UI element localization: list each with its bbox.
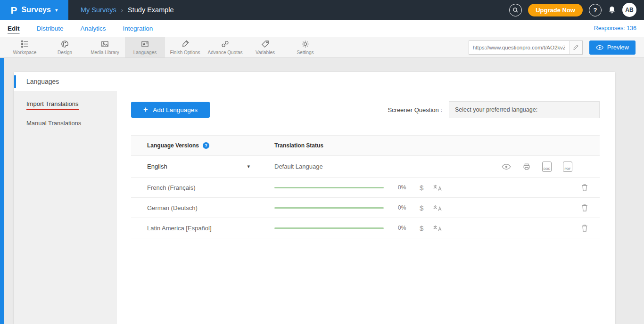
languages-main: + Add Languages Screener Question : Sele… [117,91,615,324]
tab-edit[interactable]: Edit [8,25,20,32]
languages-table: Language Versions ? Translation Status E… [131,135,600,238]
tab-analytics[interactable]: Analytics [81,25,106,32]
question-mark-icon: ? [594,7,597,14]
languages-actions-row: + Add Languages Screener Question : Sele… [131,101,600,118]
tab-integration[interactable]: Integration [123,25,153,32]
survey-nav-tabs: Edit Distribute Analytics Integration Re… [0,20,644,37]
surveys-product-dropdown[interactable]: P Surveys ▾ [0,0,68,20]
help-button[interactable]: ? [589,4,602,16]
toolbar-item-label: Design [58,50,72,55]
default-row-actions: DOC PDF [502,162,572,172]
search-icon [512,7,519,13]
help-icon[interactable]: ? [203,142,209,149]
caret-down-icon: ▾ [55,7,58,13]
pencil-icon [573,44,579,50]
add-languages-label: Add Languages [153,106,198,113]
survey-url-box [469,40,583,55]
sidebar-item-label: Import Translations [26,100,79,110]
toolbar-item-media-library[interactable]: Media Library [85,37,125,57]
toolbar-item-label: Advance Quotas [208,50,243,55]
translation-percent: 0% [398,225,410,231]
sidebar-item-import-translations[interactable]: Import Translations [14,100,117,107]
brush-icon [181,40,190,49]
toolbar-right: Preview [469,37,644,57]
breadcrumb: My Surveys › Study Example [81,6,174,14]
toolbar-item-settings[interactable]: Settings [285,37,325,57]
language-cell: French (Français) [131,184,258,191]
language-cell: Latin America [Español] [131,225,258,232]
language-name: Latin America [Español] [147,225,212,232]
preview-button[interactable]: Preview [589,40,636,55]
toolbar-item-label: Workspace [13,50,37,55]
delete-language-icon[interactable] [581,224,588,232]
notifications-button[interactable] [608,6,616,14]
questionpro-logo: P [11,5,17,15]
upgrade-now-button[interactable]: Upgrade Now [528,4,583,16]
sidebar-item-manual-translations[interactable]: Manual Translations [14,120,117,127]
gear-icon [301,40,310,49]
toolbar-item-workspace[interactable]: Workspace [5,37,45,57]
toolbar-item-label: Finish Options [170,50,200,55]
print-icon[interactable] [522,162,531,171]
paid-translation-icon[interactable]: $ [420,184,423,192]
left-accent-strip [0,58,4,324]
responses-count-link[interactable]: Responses: 136 [594,25,636,32]
auto-translate-icon[interactable] [433,224,443,232]
paid-translation-icon[interactable]: $ [420,204,423,212]
toolbar-item-finish-options[interactable]: Finish Options [165,37,205,57]
language-cell: English ▾ [131,163,258,170]
preview-label: Preview [607,44,629,51]
export-pdf-icon[interactable]: PDF [563,162,572,172]
column-label: Language Versions [147,142,199,149]
toolbar-item-label: Variables [256,50,275,55]
translation-progress-bar [274,207,384,209]
user-avatar[interactable]: AB [622,3,636,17]
toolbar-item-advance-quotas[interactable]: Advance Quotas [205,37,245,57]
chain-link-icon [221,40,230,49]
language-name: French (Français) [147,184,196,191]
toolbar-item-label: Languages [133,50,157,55]
language-dropdown-caret[interactable]: ▾ [247,163,250,170]
language-row: Latin America [Español] 0% $ [131,218,600,238]
tab-distribute[interactable]: Distribute [37,25,64,32]
language-row: French (Français) 0% $ [131,178,600,198]
add-languages-button[interactable]: + Add Languages [131,102,210,118]
export-doc-icon[interactable]: DOC [542,162,552,172]
breadcrumb-link-my-surveys[interactable]: My Surveys [81,6,116,14]
survey-url-input[interactable] [469,41,569,54]
languages-panel: Languages Import Translations Manual Tra… [14,72,615,324]
default-language-row: English ▾ Default Language DOC [131,156,600,178]
screener-question-select[interactable]: Select your preferred language: [449,101,600,118]
view-survey-icon[interactable] [502,163,511,170]
toolbar-item-design[interactable]: Design [45,37,85,57]
panel-title: Languages [14,72,615,91]
breadcrumb-current-survey: Study Example [128,6,174,14]
toolbar-item-label: Media Library [91,50,119,55]
table-header: Language Versions ? Translation Status [131,135,600,156]
languages-sidebar: Import Translations Manual Translations [14,91,117,324]
toolbar-item-variables[interactable]: Variables [245,37,285,57]
language-cell: German (Deutsch) [131,204,258,211]
search-button[interactable] [509,4,522,16]
status-cell: 0% $ [258,203,600,212]
workspace-icon [20,40,29,49]
auto-translate-icon[interactable] [433,184,443,192]
sidebar-item-label: Manual Translations [26,120,81,127]
topbar: P Surveys ▾ My Surveys › Study Example U… [0,0,644,20]
delete-language-icon[interactable] [581,203,588,212]
toolbar-item-languages[interactable]: Languages [125,37,165,57]
language-row: German (Deutsch) 0% $ [131,198,600,218]
translation-percent: 0% [398,204,410,211]
paid-translation-icon[interactable]: $ [420,224,423,232]
translation-percent: 0% [398,184,410,191]
palette-icon [60,40,69,49]
languages-icon [140,40,149,49]
breadcrumb-separator: › [121,7,123,14]
edit-toolbar: Workspace Design Media Library Languages… [0,37,644,58]
topbar-actions: Upgrade Now ? AB [509,3,636,17]
auto-translate-icon[interactable] [433,204,443,212]
screener-question-group: Screener Question : Select your preferre… [388,101,600,118]
edit-url-button[interactable] [569,41,582,54]
plus-icon: + [143,105,148,114]
delete-language-icon[interactable] [581,183,588,192]
